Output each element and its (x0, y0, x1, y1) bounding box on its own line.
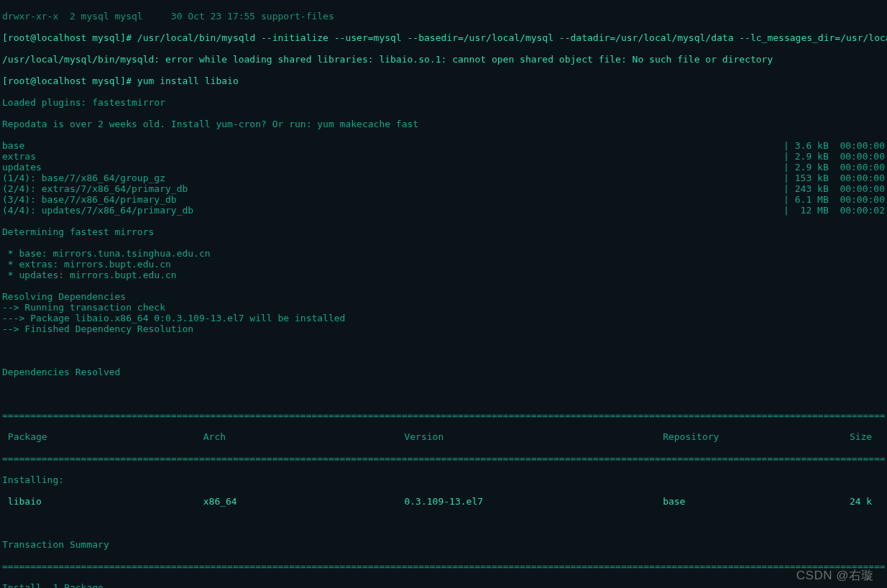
repo-row: extras| 2.9 kB 00:00:00 (2, 151, 885, 162)
mirrors-header: Determining fastest mirrors (2, 226, 885, 237)
resolve-line: --> Finished Dependency Resolution (2, 323, 885, 334)
cell-version: 0.3.109-13.el7 (404, 496, 663, 507)
repo-row: updates| 2.9 kB 00:00:00 (2, 162, 885, 173)
repo-name: (1/4): base/7/x86_64/group_gz (2, 173, 165, 183)
repo-size: | 6.1 MB 00:00:00 (177, 194, 885, 205)
blank-line (2, 518, 885, 528)
repo-row: (1/4): base/7/x86_64/group_gz| 153 kB 00… (2, 173, 885, 183)
repo-name: (3/4): base/7/x86_64/primary_db (2, 194, 177, 205)
prompt-cmd: /usr/local/bin/mysqld --initialize --use… (137, 32, 887, 43)
col-repository: Repository (663, 431, 850, 442)
repo-name: (2/4): extras/7/x86_64/primary_db (2, 183, 188, 194)
repo-size: | 2.9 kB 00:00:00 (42, 162, 885, 173)
repo-row: (4/4): updates/7/x86_64/primary_db| 12 M… (2, 205, 885, 216)
repo-size: | 153 kB 00:00:00 (165, 173, 885, 183)
repo-size: | 2.9 kB 00:00:00 (36, 151, 885, 162)
cell-size: 24 k (850, 496, 885, 507)
repo-size: | 3.6 kB 00:00:00 (24, 140, 885, 151)
install-count: Install 1 Package (2, 582, 885, 588)
prompt-line-1: [root@localhost mysql]# /usr/local/bin/m… (2, 32, 885, 43)
repo-name: base (2, 140, 24, 151)
installing-section: Installing: (2, 474, 885, 485)
col-package: Package (2, 431, 203, 442)
resolve-line: ---> Package libaio.x86_64 0:0.3.109-13.… (2, 313, 885, 323)
error-line: /usr/local/mysql/bin/mysqld: error while… (2, 54, 885, 65)
repodata-line: Repodata is over 2 weeks old. Install yu… (2, 119, 885, 129)
table-header-row: Package Arch Version Repository Size (2, 431, 885, 442)
resolve-line: --> Running transaction check (2, 302, 885, 313)
repo-size: | 243 kB 00:00:00 (188, 183, 885, 194)
prompt-prefix: [root@localhost mysql]# (2, 32, 137, 43)
repo-name: extras (2, 151, 36, 162)
prompt-line-2: [root@localhost mysql]# yum install liba… (2, 75, 885, 86)
tx-summary: Transaction Summary (2, 539, 885, 550)
prompt-prefix: [root@localhost mysql]# (2, 75, 137, 86)
blank-line (2, 388, 885, 399)
repo-size: | 12 MB 00:00:02 (193, 205, 885, 216)
repo-row: (3/4): base/7/x86_64/primary_db| 6.1 MB … (2, 194, 885, 205)
cell-repository: base (663, 496, 850, 507)
separator-line: ========================================… (2, 561, 885, 571)
cell-package: libaio (2, 496, 203, 507)
repo-name: (4/4): updates/7/x86_64/primary_db (2, 205, 193, 216)
mirror-line: * extras: mirrors.bupt.edu.cn (2, 259, 885, 270)
prompt-cmd: yum install libaio (137, 75, 239, 86)
deps-resolved: Dependencies Resolved (2, 367, 885, 377)
repo-row: base| 3.6 kB 00:00:00 (2, 140, 885, 151)
cell-arch: x86_64 (203, 496, 405, 507)
mirror-line: * updates: mirrors.bupt.edu.cn (2, 270, 885, 280)
mirror-line: * base: mirrors.tuna.tsinghua.edu.cn (2, 248, 885, 259)
col-arch: Arch (203, 431, 405, 442)
repo-name: updates (2, 162, 42, 173)
terminal-output[interactable]: drwxr-xr-x 2 mysql mysql 30 Oct 23 17:55… (0, 0, 887, 588)
col-size: Size (850, 431, 885, 442)
separator-line: ========================================… (2, 453, 885, 464)
repo-row: (2/4): extras/7/x86_64/primary_db| 243 k… (2, 183, 885, 194)
resolve-line: Resolving Dependencies (2, 291, 885, 302)
separator-line: ========================================… (2, 410, 885, 421)
top-fragment-line: drwxr-xr-x 2 mysql mysql 30 Oct 23 17:55… (2, 11, 885, 22)
table-row: libaio x86_64 0.3.109-13.el7 base 24 k (2, 496, 885, 507)
col-version: Version (404, 431, 663, 442)
plugins-line: Loaded plugins: fastestmirror (2, 97, 885, 108)
blank-line (2, 345, 885, 356)
